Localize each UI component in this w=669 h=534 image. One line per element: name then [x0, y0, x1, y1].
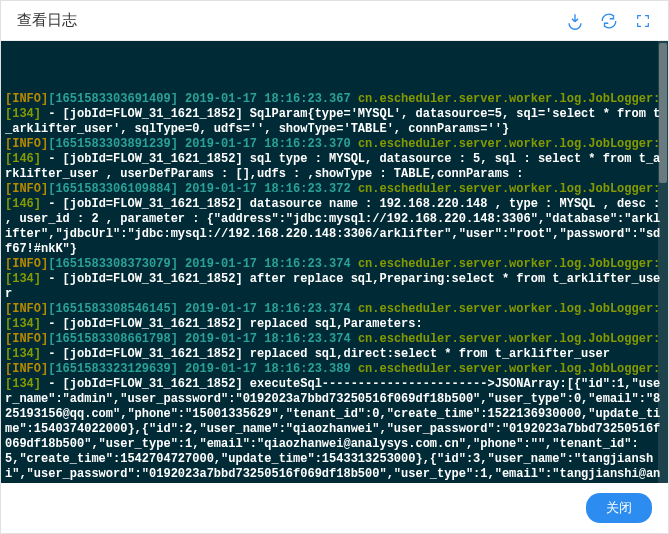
modal-header: 查看日志	[1, 1, 668, 41]
log-line: [INFO][1651583308373079] 2019-01-17 18:1…	[5, 257, 664, 302]
header-actions	[566, 12, 652, 30]
modal-footer: 关闭	[1, 483, 668, 533]
log-line: [INFO][1651583303891239] 2019-01-17 18:1…	[5, 137, 664, 182]
log-terminal[interactable]: [INFO][1651583303691409] 2019-01-17 18:1…	[1, 41, 668, 483]
log-line: [INFO][1651583308546145] 2019-01-17 18:1…	[5, 302, 664, 332]
download-icon[interactable]	[566, 12, 584, 30]
modal-title: 查看日志	[17, 11, 77, 30]
refresh-icon[interactable]	[600, 12, 618, 30]
log-line: [INFO][1651583308661798] 2019-01-17 18:1…	[5, 332, 664, 362]
log-line: [INFO][1651583323129639] 2019-01-17 18:1…	[5, 362, 664, 483]
log-line: [INFO][1651583303691409] 2019-01-17 18:1…	[5, 92, 664, 137]
log-line: [INFO][1651583306109884] 2019-01-17 18:1…	[5, 182, 664, 257]
close-button[interactable]: 关闭	[586, 493, 652, 523]
scrollbar[interactable]	[658, 41, 668, 483]
scrollbar-thumb[interactable]	[659, 43, 667, 183]
log-viewer-modal: 查看日志 [INFO][1651583303691409] 2019-01-17…	[1, 1, 668, 533]
expand-icon[interactable]	[634, 12, 652, 30]
